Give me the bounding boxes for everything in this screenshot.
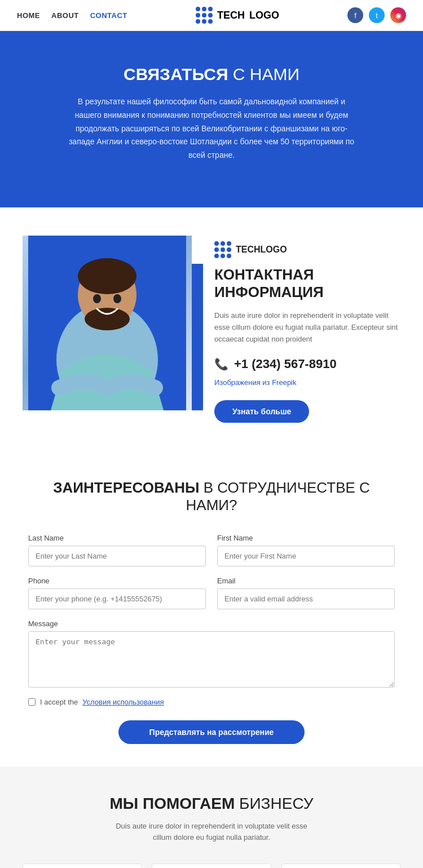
phone-number: +1 (234) 567-8910 bbox=[234, 357, 337, 371]
hero-title: СВЯЗАТЬСЯ С НАМИ bbox=[45, 65, 378, 84]
logo-dots-icon bbox=[196, 7, 213, 24]
freepik-attribution: Изображения из Freepik bbox=[214, 377, 400, 389]
phone-row: 📞 +1 (234) 567-8910 bbox=[214, 357, 400, 371]
email-label: Email bbox=[217, 577, 395, 585]
info-logo-dots bbox=[214, 241, 231, 258]
first-name-group: First Name bbox=[217, 534, 395, 566]
first-name-input[interactable] bbox=[217, 546, 395, 566]
terms-link[interactable]: Условия использования bbox=[82, 698, 164, 706]
svg-point-5 bbox=[93, 294, 101, 303]
contact-photo-container bbox=[23, 236, 192, 410]
form-contact-row: Phone Email bbox=[28, 577, 395, 609]
card-email: ✉ Диаграмма к нам Наша дружная команда г… bbox=[23, 863, 142, 868]
terms-prefix: I accept the bbox=[40, 698, 78, 706]
last-name-label: Last Name bbox=[28, 534, 206, 542]
terms-checkbox[interactable] bbox=[28, 698, 36, 706]
last-name-group: Last Name bbox=[28, 534, 206, 566]
card-office: 📍 Офис Приходите поздороваться в штаб-кв… bbox=[152, 863, 271, 868]
phone-label: Phone bbox=[28, 577, 206, 585]
last-name-input[interactable] bbox=[28, 546, 206, 566]
nav-home[interactable]: HOME bbox=[17, 11, 40, 20]
email-group: Email bbox=[217, 577, 395, 609]
info-logo-text: TECHLOGO bbox=[236, 245, 287, 255]
form-section-title: ЗАИНТЕРЕСОВАНЫ В СОТРУДНИЧЕСТВЕ С НАМИ? bbox=[28, 479, 395, 514]
card-phone: 📞 Телефон пн-пт с 8:00 до 5:00 +1(555) 0… bbox=[281, 863, 400, 868]
svg-point-3 bbox=[78, 258, 136, 294]
person-svg bbox=[28, 236, 186, 410]
nav-contact[interactable]: CONTACT bbox=[90, 11, 127, 20]
form-name-row: Last Name First Name bbox=[28, 534, 395, 566]
facebook-icon[interactable]: f bbox=[347, 7, 363, 23]
help-cards-row: ✉ Диаграмма к нам Наша дружная команда г… bbox=[23, 863, 400, 868]
logo-bold: LOGO bbox=[249, 10, 279, 21]
message-input[interactable] bbox=[28, 631, 395, 688]
social-icons: f t ◉ bbox=[347, 7, 406, 23]
phone-group: Phone bbox=[28, 577, 206, 609]
main-logo: TECHLOGO bbox=[196, 7, 279, 24]
contact-info-content: TECHLOGO КОНТАКТНАЯ ИНФОРМАЦИЯ Duis aute… bbox=[214, 236, 400, 423]
phone-input[interactable] bbox=[28, 588, 206, 609]
email-input[interactable] bbox=[217, 588, 395, 609]
nav-about[interactable]: ABOUT bbox=[51, 11, 79, 20]
info-logo: TECHLOGO bbox=[214, 241, 400, 258]
contact-form-section: ЗАИНТЕРЕСОВАНЫ В СОТРУДНИЧЕСТВЕ С НАМИ? … bbox=[0, 451, 423, 767]
learn-more-button[interactable]: Узнать больше bbox=[214, 400, 309, 423]
message-label: Message bbox=[28, 619, 395, 628]
svg-point-4 bbox=[85, 308, 130, 330]
contact-photo bbox=[23, 236, 192, 410]
phone-icon: 📞 bbox=[214, 357, 228, 371]
terms-checkbox-row: I accept the Условия использования bbox=[28, 698, 395, 706]
navbar: HOME ABOUT CONTACT TECHLOGO f t ◉ bbox=[0, 0, 423, 31]
hero-subtitle: В результате нашей философии быть самой … bbox=[65, 95, 358, 162]
hero-section: СВЯЗАТЬСЯ С НАМИ В результате нашей фило… bbox=[0, 31, 423, 207]
twitter-icon[interactable]: t bbox=[369, 7, 385, 23]
first-name-label: First Name bbox=[217, 534, 395, 542]
contact-info-section: TECHLOGO КОНТАКТНАЯ ИНФОРМАЦИЯ Duis aute… bbox=[0, 207, 423, 451]
help-title: МЫ ПОМОГАЕМ БИЗНЕСУ bbox=[23, 795, 400, 813]
contact-info-heading: КОНТАКТНАЯ ИНФОРМАЦИЯ bbox=[214, 266, 400, 301]
logo-text: TECH bbox=[217, 10, 245, 21]
instagram-icon[interactable]: ◉ bbox=[390, 7, 406, 23]
svg-point-6 bbox=[113, 294, 121, 303]
nav-links: HOME ABOUT CONTACT bbox=[17, 11, 127, 20]
submit-wrap: Представлять на рассмотрение bbox=[28, 720, 395, 744]
submit-button[interactable]: Представлять на рассмотрение bbox=[118, 720, 305, 744]
contact-info-desc: Duis aute irure dolor in reprehenderit i… bbox=[214, 310, 400, 345]
help-section: МЫ ПОМОГАЕМ БИЗНЕСУ Duis aute irure dolo… bbox=[0, 767, 423, 868]
message-group: Message bbox=[28, 619, 395, 688]
help-subtitle: Duis aute irure dolor in reprehenderit i… bbox=[23, 821, 400, 844]
